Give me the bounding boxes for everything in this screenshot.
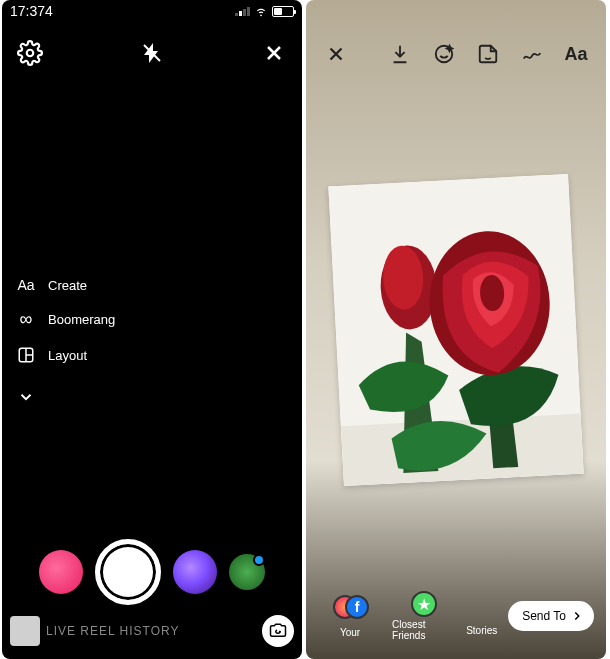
mode-layout[interactable]: Layout (14, 346, 302, 364)
download-icon (389, 43, 411, 65)
effect-avatar[interactable] (229, 554, 265, 590)
camera-switch-button[interactable] (262, 615, 294, 647)
mode-label: Create (48, 278, 87, 293)
story-editor-screen: Aa (306, 0, 606, 659)
cellular-signal-icon (235, 7, 250, 16)
camera-top-controls (2, 19, 302, 87)
story-canvas[interactable] (306, 78, 606, 581)
close-icon (325, 43, 347, 65)
camera-switch-icon (269, 622, 287, 640)
battery-icon (272, 6, 294, 17)
effect-pink[interactable] (39, 550, 83, 594)
editor-top-bar: Aa (306, 0, 606, 78)
effect-purple[interactable] (173, 550, 217, 594)
smiley-sparkle-icon (433, 43, 455, 65)
close-friends-star-icon: ★ (411, 591, 437, 617)
rose-image (328, 173, 583, 485)
close-button[interactable] (260, 39, 288, 67)
effects-button[interactable] (430, 40, 458, 68)
sticker-icon (477, 43, 499, 65)
infinity-icon: ∞ (14, 309, 38, 330)
capture-modes[interactable]: LIVE REEL HISTORY (46, 624, 256, 638)
settings-button[interactable] (16, 39, 44, 67)
squiggle-icon (521, 43, 543, 65)
mode-boomerang[interactable]: ∞ Boomerang (14, 309, 302, 330)
chevron-right-icon (570, 609, 584, 623)
status-indicators (235, 4, 294, 18)
share-label: Stories (466, 625, 497, 636)
editor-close-button[interactable] (322, 40, 350, 68)
facebook-icon: f (345, 595, 369, 619)
sticker-button[interactable] (474, 40, 502, 68)
layout-icon (14, 346, 38, 364)
send-to-label: Send To (522, 609, 566, 623)
download-button[interactable] (386, 40, 414, 68)
close-icon (262, 41, 286, 65)
mode-expand[interactable] (14, 388, 302, 406)
chevron-down-icon (14, 388, 38, 406)
effects-carousel (2, 539, 302, 605)
share-label: Your (340, 627, 360, 638)
status-bar: 17:374 (2, 0, 302, 19)
flash-off-icon (140, 41, 164, 65)
send-to-button[interactable]: Send To (508, 601, 594, 631)
mode-label: Layout (48, 348, 87, 363)
story-photo[interactable] (328, 173, 583, 485)
text-aa-icon: Aa (14, 277, 38, 293)
mode-label: Boomerang (48, 312, 115, 327)
share-bar: f Your ★ Closest Friends Stories Send To (306, 581, 606, 659)
share-your-story[interactable]: f Your (318, 595, 382, 638)
draw-button[interactable] (518, 40, 546, 68)
text-button[interactable]: Aa (562, 40, 590, 68)
camera-screen: 17:374 Aa Create ∞ Boomerang (2, 0, 302, 659)
camera-bottom-bar: LIVE REEL HISTORY (2, 605, 302, 659)
story-avatar-stack: f (333, 595, 367, 625)
gallery-button[interactable] (10, 616, 40, 646)
camera-mode-list: Aa Create ∞ Boomerang Layout (2, 277, 302, 406)
gear-icon (17, 40, 43, 66)
editor-tools: Aa (386, 40, 590, 68)
svg-point-0 (27, 50, 34, 57)
wifi-icon (254, 4, 268, 18)
share-label: Closest Friends (392, 619, 456, 641)
shutter-button[interactable] (95, 539, 161, 605)
status-time: 17:374 (10, 3, 53, 19)
flash-button[interactable] (138, 39, 166, 67)
share-close-friends[interactable]: ★ Closest Friends (392, 591, 456, 641)
share-stories: Stories (466, 597, 498, 636)
mode-create[interactable]: Aa Create (14, 277, 302, 293)
text-aa-icon: Aa (564, 44, 587, 65)
